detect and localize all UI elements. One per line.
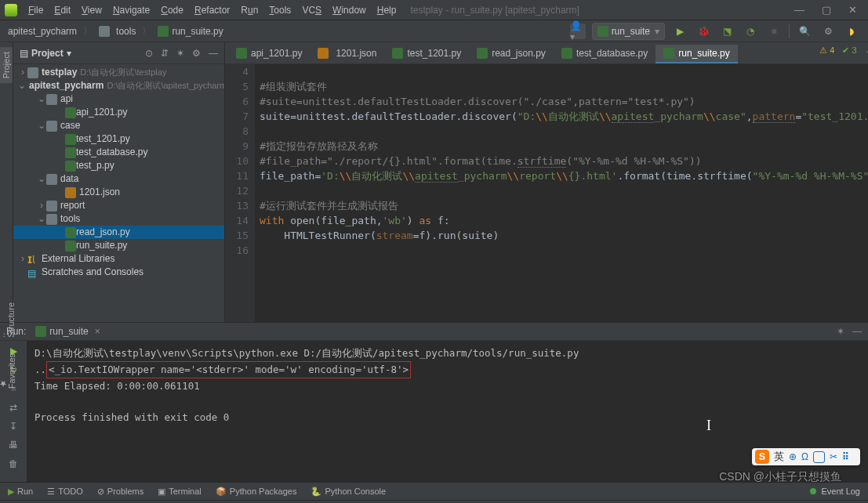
editor-tab[interactable]: read_json.py bbox=[469, 45, 554, 63]
folder-icon bbox=[99, 26, 110, 37]
ime-keyboard-icon[interactable] bbox=[813, 451, 825, 463]
bottom-tab-todo[interactable]: ☰ TODO bbox=[47, 487, 83, 497]
tree-node-case[interactable]: ⌄case bbox=[13, 119, 224, 132]
expand-all-icon[interactable]: ⇵ bbox=[161, 48, 169, 59]
debug-button[interactable]: 🐞 bbox=[695, 23, 712, 40]
tree-node-tools[interactable]: ⌄tools bbox=[13, 212, 224, 226]
tree-node-scratches[interactable]: ▤Scratches and Consoles bbox=[13, 266, 224, 279]
tree-node-external-libraries[interactable]: ›𝗜𝗅External Libraries bbox=[13, 252, 224, 266]
inspection-widget[interactable]: ⚠ 4 ✔ 3 ⌄ bbox=[819, 45, 868, 56]
soft-wrap-icon[interactable]: ↧ bbox=[9, 421, 17, 432]
editor-tab[interactable]: test_1201.py bbox=[384, 45, 469, 63]
coverage-button[interactable]: ⬔ bbox=[718, 23, 735, 40]
settings-icon[interactable]: ⚙ bbox=[819, 23, 837, 40]
project-tool-window: ▤ Project ▾ ⊙ ⇵ ✶ ⚙ — ›testplayD:\自动化测试\… bbox=[13, 42, 225, 322]
user-icon[interactable]: 👤▾ bbox=[570, 24, 586, 39]
app-icon bbox=[5, 4, 17, 16]
stderr-highlight: <_io.TextIOWrapper name='<stderr>' mode=… bbox=[46, 361, 411, 378]
close-tab-icon[interactable]: × bbox=[95, 326, 100, 337]
maximize-icon[interactable]: ▢ bbox=[822, 4, 831, 16]
settings-icon[interactable]: ⚙ bbox=[192, 48, 201, 59]
console-line: Process finished with exit code 0 bbox=[35, 410, 860, 425]
main-menu[interactable]: File Edit View Navigate Code Refactor Ru… bbox=[24, 2, 401, 18]
project-view-icon: ▤ bbox=[20, 48, 28, 59]
run-configuration-select[interactable]: run_suite bbox=[592, 23, 665, 40]
project-tree[interactable]: ›testplayD:\自动化测试\testplay ⌄apitest_pych… bbox=[13, 64, 224, 322]
menu-view[interactable]: View bbox=[77, 2, 107, 18]
console-line: Time Elapsed: 0:00:00.061101 bbox=[35, 378, 860, 394]
bottom-tab-terminal[interactable]: ▣ Terminal bbox=[158, 487, 202, 497]
minimize-icon[interactable]: — bbox=[794, 4, 804, 16]
menu-code[interactable]: Code bbox=[156, 2, 188, 18]
crumb-project[interactable]: apitest_pycharm bbox=[8, 26, 77, 37]
crumb-file[interactable]: run_suite.py bbox=[172, 26, 223, 37]
bottom-tab-problems[interactable]: ⊘ Problems bbox=[97, 487, 143, 497]
code-editor[interactable]: 45678910111213141516 #组装测试套件#suite=unitt… bbox=[225, 64, 868, 322]
editor-tab[interactable]: api_1201.py bbox=[228, 45, 310, 63]
editor-tab[interactable]: 1201.json bbox=[310, 45, 384, 63]
title-bar: File Edit View Navigate Code Refactor Ru… bbox=[0, 0, 868, 20]
bottom-tab-python-console[interactable]: 🐍 Python Console bbox=[311, 487, 386, 497]
bottom-tab-python-packages[interactable]: 📦 Python Packages bbox=[216, 487, 297, 497]
tree-node-file[interactable]: test_p.py bbox=[13, 159, 224, 172]
run-button[interactable]: ▶ bbox=[671, 23, 688, 40]
side-tab-project[interactable]: Project bbox=[0, 47, 13, 83]
hide-icon[interactable]: — bbox=[852, 326, 862, 337]
menu-file[interactable]: File bbox=[24, 2, 48, 18]
tree-node-file[interactable]: test_database.py bbox=[13, 146, 224, 159]
console-output[interactable]: D:\自动化测试\testplay\venv\Scripts\python.ex… bbox=[27, 341, 868, 482]
menu-vcs[interactable]: VCS bbox=[297, 2, 326, 18]
ime-toolbar[interactable]: S 英 ⊕ Ω ✂ ⠿ bbox=[752, 448, 860, 465]
delete-icon[interactable]: 🗑 bbox=[9, 458, 18, 469]
text-cursor-icon: I bbox=[706, 418, 711, 433]
event-log-button[interactable]: Event Log bbox=[821, 487, 860, 496]
editor-tab-active[interactable]: run_suite.py bbox=[656, 45, 737, 63]
editor-tab[interactable]: test_database.py bbox=[554, 45, 656, 63]
breadcrumb[interactable]: apitest_pycharm〉 tools〉 run_suite.py bbox=[8, 24, 223, 38]
tree-node-testplay[interactable]: ›testplayD:\自动化测试\testplay bbox=[13, 66, 224, 79]
menu-help[interactable]: Help bbox=[372, 2, 401, 18]
tree-node-file[interactable]: run_suite.py bbox=[13, 239, 224, 252]
settings-icon[interactable]: ✶ bbox=[837, 326, 844, 337]
menu-navigate[interactable]: Navigate bbox=[108, 2, 154, 18]
run-tool-window: Run: run_suite× ✶ — ▶ ↻ ■ ⇄ ↧ 🖶 🗑 D:\自动化… bbox=[0, 322, 868, 482]
ime-lang-label[interactable]: 英 bbox=[774, 450, 784, 464]
tree-node-report[interactable]: ›report bbox=[13, 199, 224, 212]
select-opened-file-icon[interactable]: ⊙ bbox=[145, 48, 153, 59]
close-icon[interactable]: ✕ bbox=[848, 4, 857, 16]
search-icon[interactable]: 🔍 bbox=[796, 23, 813, 40]
ime-scissors-icon[interactable]: ✂ bbox=[830, 451, 837, 462]
tree-node-data[interactable]: ⌄data bbox=[13, 172, 224, 186]
print-icon[interactable]: 🖶 bbox=[9, 440, 18, 451]
crumb-folder[interactable]: tools bbox=[116, 26, 136, 37]
status-bar: ▭ Tests passed: 2 (today 14:42) 6:72 CRL… bbox=[0, 500, 868, 503]
tree-node-file[interactable]: read_json.py bbox=[13, 226, 224, 239]
menu-refactor[interactable]: Refactor bbox=[190, 2, 234, 18]
window-title: testplay - run_suite.py [apitest_pycharm… bbox=[410, 5, 579, 16]
menu-run[interactable]: Run bbox=[236, 2, 263, 18]
menu-tools[interactable]: Tools bbox=[264, 2, 296, 18]
bottom-tool-tabs: ▶ Run ☰ TODO ⊘ Problems ▣ Terminal 📦 Pyt… bbox=[0, 482, 868, 500]
ime-grid-icon[interactable]: ⠿ bbox=[842, 451, 849, 462]
menu-edit[interactable]: Edit bbox=[49, 2, 75, 18]
sogou-icon[interactable]: S bbox=[755, 450, 769, 464]
tree-node-file[interactable]: 1201.json bbox=[13, 186, 224, 199]
side-tab-favorites[interactable]: ★ Favorites bbox=[0, 353, 16, 389]
ime-earth-icon[interactable]: ⊕ bbox=[789, 451, 797, 462]
tree-node-file[interactable]: test_1201.py bbox=[13, 132, 224, 146]
ime-omega-icon[interactable]: Ω bbox=[801, 451, 808, 462]
bottom-tab-run[interactable]: ▶ Run bbox=[8, 487, 33, 497]
hide-icon[interactable]: — bbox=[209, 48, 218, 59]
profile-button[interactable]: ◔ bbox=[742, 23, 759, 40]
tree-node-apitest[interactable]: ⌄apitest_pycharmD:\自动化测试\apitest_pycharm bbox=[13, 79, 224, 92]
navigation-bar: apitest_pycharm〉 tools〉 run_suite.py 👤▾ … bbox=[0, 20, 868, 42]
learn-icon[interactable]: ◗ bbox=[843, 23, 860, 40]
collapse-all-icon[interactable]: ✶ bbox=[176, 48, 184, 59]
menu-window[interactable]: Window bbox=[328, 2, 371, 18]
run-tab[interactable]: run_suite× bbox=[31, 324, 104, 338]
layout-icon[interactable]: ⇄ bbox=[9, 402, 17, 413]
editor-tabs[interactable]: api_1201.py 1201.json test_1201.py read_… bbox=[225, 42, 868, 64]
tree-node-api[interactable]: ⌄api bbox=[13, 92, 224, 106]
tree-node-file[interactable]: api_1201.py bbox=[13, 106, 224, 119]
side-tab-structure[interactable]: .. Structure bbox=[0, 302, 16, 338]
